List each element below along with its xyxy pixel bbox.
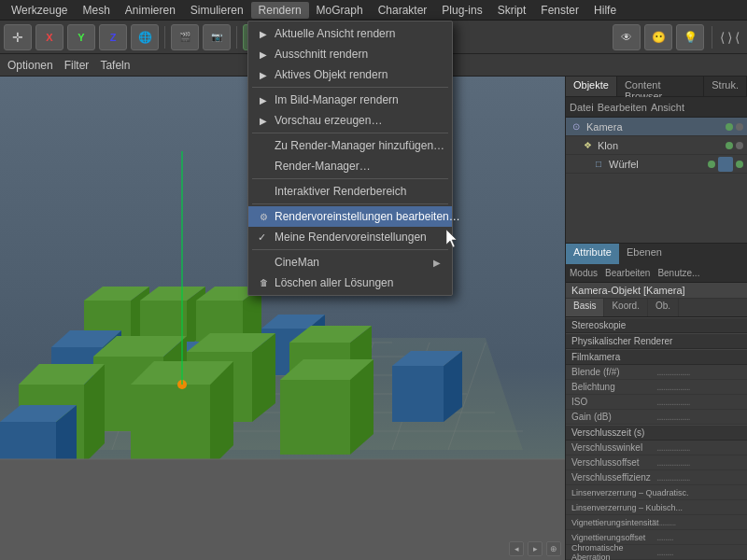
dropdown-sep1: [252, 87, 448, 88]
dropdown-bild-label: Im Bild-Manager rendern: [275, 93, 441, 106]
dropdown-render-manager-label: Render-Manager…: [275, 160, 441, 173]
dropdown-cineman-label: CineMan: [275, 256, 433, 269]
dropdown-loeschen-label: Löschen aller Lösungen: [275, 276, 441, 289]
check-icon: ✓: [258, 231, 266, 244]
vorschau-icon: ▶: [256, 113, 271, 128]
dropdown-rendervor-label: Rendervoreinstellungen bearbeiten…: [275, 210, 460, 223]
dropdown-aktives-label: Aktives Objekt rendern: [275, 68, 441, 81]
dropdown-overlay[interactable]: ▶ Aktuelle Ansicht rendern ▶ Ausschnitt …: [0, 0, 747, 560]
submenu-arrow-icon: ▶: [433, 258, 441, 268]
loeschen-icon: 🗑: [256, 275, 271, 290]
dropdown-bild-manager[interactable]: ▶ Im Bild-Manager rendern: [248, 90, 452, 110]
dropdown-render-manager[interactable]: Render-Manager…: [248, 156, 452, 176]
dropdown-vorschau-label: Vorschau erzeugen…: [275, 114, 441, 127]
dropdown-menu: ▶ Aktuelle Ansicht rendern ▶ Ausschnitt …: [247, 21, 453, 296]
dropdown-meine-render[interactable]: ✓ Meine Rendervoreinstellungen: [248, 227, 452, 247]
dropdown-zu-render[interactable]: Zu Render-Manager hinzufügen…: [248, 135, 452, 156]
dropdown-interaktiver-label: Interaktiver Renderbereich: [275, 185, 441, 198]
dropdown-meine-label: Meine Rendervoreinstellungen: [275, 231, 441, 244]
dropdown-aktuelle-ansicht[interactable]: ▶ Aktuelle Ansicht rendern: [248, 23, 452, 44]
dropdown-sep5: [252, 249, 448, 250]
dropdown-aktuelle-label: Aktuelle Ansicht rendern: [275, 27, 441, 40]
dropdown-sep3: [252, 178, 448, 179]
rendervor-icon: ⚙: [256, 209, 271, 224]
render-play-icon: ▶: [256, 26, 271, 41]
dropdown-rendervoreinstellungen[interactable]: ⚙ Rendervoreinstellungen bearbeiten…: [248, 206, 452, 227]
dropdown-ausschnitt-label: Ausschnitt rendern: [275, 48, 441, 61]
ausschnitt-icon: ▶: [256, 47, 271, 62]
dropdown-sep2: [252, 133, 448, 133]
bild-icon: ▶: [256, 92, 271, 107]
aktives-icon: ▶: [256, 67, 271, 82]
dropdown-interaktiver[interactable]: Interaktiver Renderbereich: [248, 181, 452, 202]
dropdown-vorschau[interactable]: ▶ Vorschau erzeugen…: [248, 110, 452, 131]
dropdown-loeschen[interactable]: 🗑 Löschen aller Lösungen: [248, 273, 452, 293]
dropdown-cineman[interactable]: CineMan ▶: [248, 252, 452, 273]
dropdown-zu-render-label: Zu Render-Manager hinzufügen…: [275, 139, 444, 152]
dropdown-ausschnitt[interactable]: ▶ Ausschnitt rendern: [248, 44, 452, 64]
dropdown-aktives-objekt[interactable]: ▶ Aktives Objekt rendern: [248, 64, 452, 85]
dropdown-sep4: [252, 203, 448, 204]
